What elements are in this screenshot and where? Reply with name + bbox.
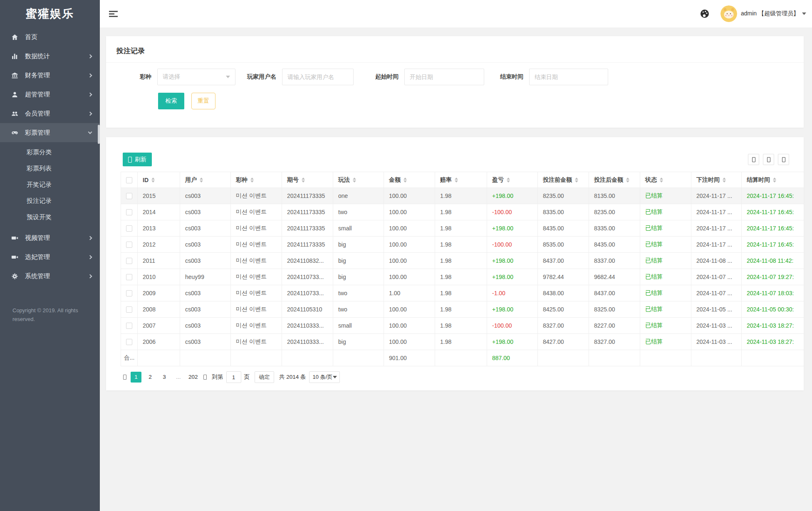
before-amount-cell: 8535.00 <box>538 237 589 253</box>
status-cell: 已结算 <box>640 253 691 269</box>
col-header-profit[interactable]: 盈亏 <box>487 172 538 188</box>
bet-time-cell: 2024-11-17 ... <box>691 220 742 237</box>
lottery-cell: 미션 이벤트 <box>231 253 282 269</box>
col-header-odds[interactable]: 赔率 <box>435 172 487 188</box>
sidebar-item-concubine[interactable]: 选妃管理 <box>0 247 100 267</box>
table-header-row: ID 用户 彩种 期号 玩法 金额 赔率 盈亏 投注前金额 投注后金额 状态 下… <box>121 172 804 188</box>
prev-page-button[interactable] <box>121 375 129 380</box>
page-button-last[interactable]: 202 <box>187 372 199 383</box>
issue-cell: 202411173335 <box>282 237 333 253</box>
sidebar-nav: 首页 数据统计 财务管理 超管管理 会员管理 <box>0 27 100 286</box>
start-date-input[interactable] <box>404 69 484 85</box>
avatar[interactable] <box>720 5 737 22</box>
row-checkbox[interactable] <box>121 253 138 269</box>
col-header-status[interactable]: 状态 <box>640 172 691 188</box>
after-amount-cell: 8335.00 <box>589 220 640 237</box>
col-header-bet-time[interactable]: 下注时间 <box>691 172 742 188</box>
amount-cell: 100.00 <box>384 301 435 318</box>
next-page-button[interactable] <box>201 375 209 380</box>
sidebar-item-preset-draw[interactable]: 预设开奖 <box>0 209 100 225</box>
table-row: 2007 cs003 미션 이벤트 2024110333... small 10… <box>121 318 804 334</box>
sidebar-item-label: 彩票管理 <box>25 129 50 137</box>
row-checkbox[interactable] <box>121 188 138 204</box>
sidebar-item-statistics[interactable]: 数据统计 <box>0 47 100 66</box>
profit-cell: +198.00 <box>487 301 538 318</box>
confirm-button[interactable]: 确定 <box>255 371 274 383</box>
col-header-play[interactable]: 玩法 <box>333 172 384 188</box>
lottery-select[interactable]: 请选择 <box>157 69 235 85</box>
row-checkbox[interactable] <box>121 204 138 220</box>
sidebar-item-bet-records[interactable]: 投注记录 <box>0 193 100 209</box>
row-checkbox[interactable] <box>121 301 138 318</box>
page-button-1[interactable]: 1 <box>131 372 141 383</box>
table-row: 2013 cs003 미션 이벤트 202411173335 small 100… <box>121 220 804 237</box>
sidebar-item-members[interactable]: 会员管理 <box>0 104 100 123</box>
sidebar-scrollbar[interactable] <box>98 125 100 144</box>
sidebar-item-lottery-list[interactable]: 彩票列表 <box>0 160 100 176</box>
row-checkbox[interactable] <box>121 269 138 285</box>
settle-time-cell: 2024-11-17 16:45: <box>742 237 804 253</box>
user-name[interactable]: admin 【超级管理员】 <box>741 10 799 17</box>
col-header-user[interactable]: 用户 <box>180 172 231 188</box>
theme-icon[interactable] <box>700 9 710 19</box>
play-cell: big <box>333 237 384 253</box>
lottery-cell: 미션 이벤트 <box>231 318 282 334</box>
sidebar-item-draw-records[interactable]: 开奖记录 <box>0 176 100 193</box>
user-icon <box>10 91 19 98</box>
sidebar-item-system[interactable]: 系统管理 <box>0 267 100 286</box>
bet-time-cell: 2024-11-07 ... <box>691 285 742 301</box>
page-button-3[interactable]: 3 <box>159 372 170 383</box>
sidebar-item-lottery-category[interactable]: 彩票分类 <box>0 144 100 160</box>
search-button[interactable]: 检索 <box>158 93 184 109</box>
after-amount-cell: 8135.00 <box>589 188 640 204</box>
col-header-before-amount[interactable]: 投注前金额 <box>538 172 589 188</box>
row-checkbox[interactable] <box>121 220 138 237</box>
copyright-text: Copyright © 2019. All rights reserved. <box>12 306 88 324</box>
table-filter-button[interactable] <box>748 154 759 165</box>
row-checkbox[interactable] <box>121 318 138 334</box>
user-cell: cs003 <box>180 285 231 301</box>
odds-cell: 1.98 <box>435 269 487 285</box>
profit-cell: +198.00 <box>487 269 538 285</box>
sidebar-item-lottery[interactable]: 彩票管理 <box>0 123 100 142</box>
checkbox-icon <box>126 339 132 345</box>
sort-icon <box>723 178 726 183</box>
table-print-button[interactable] <box>778 154 789 165</box>
col-header-after-amount[interactable]: 投注后金额 <box>589 172 640 188</box>
sidebar-item-video[interactable]: 视频管理 <box>0 228 100 247</box>
select-all-checkbox[interactable] <box>121 172 138 188</box>
row-checkbox[interactable] <box>121 285 138 301</box>
amount-cell: 100.00 <box>384 334 435 350</box>
col-header-amount[interactable]: 金额 <box>384 172 435 188</box>
end-date-input[interactable] <box>529 69 608 85</box>
col-header-issue[interactable]: 期号 <box>282 172 333 188</box>
checkbox-icon <box>126 225 132 232</box>
reset-button[interactable]: 重置 <box>191 93 215 109</box>
play-cell: small <box>333 318 384 334</box>
amount-cell: 100.00 <box>384 253 435 269</box>
goto-page-input[interactable] <box>226 371 241 383</box>
page-button-2[interactable]: 2 <box>145 372 156 383</box>
profit-cell: +198.00 <box>487 334 538 350</box>
table-export-button[interactable] <box>763 154 774 165</box>
checkbox-icon <box>126 193 132 199</box>
row-checkbox[interactable] <box>121 237 138 253</box>
chevron-right-icon <box>88 54 92 58</box>
sidebar-item-finance[interactable]: 财务管理 <box>0 66 100 85</box>
sidebar-item-label: 会员管理 <box>25 110 50 118</box>
play-cell: big <box>333 334 384 350</box>
sort-icon <box>151 178 155 183</box>
menu-toggle-icon[interactable] <box>109 10 118 18</box>
per-page-select[interactable]: 10 条/页 <box>309 371 340 383</box>
before-amount-cell: 8437.00 <box>538 253 589 269</box>
col-header-lottery[interactable]: 彩种 <box>231 172 282 188</box>
row-checkbox[interactable] <box>121 334 138 350</box>
col-header-settle-time[interactable]: 结算时间 <box>742 172 804 188</box>
sidebar-item-home[interactable]: 首页 <box>0 27 100 47</box>
sidebar: 蜜獾娱乐 首页 数据统计 财务管理 超管管理 <box>0 0 100 511</box>
filter-icon <box>752 157 755 162</box>
sidebar-item-admins[interactable]: 超管管理 <box>0 85 100 104</box>
col-header-id[interactable]: ID <box>138 172 180 188</box>
refresh-button[interactable]: 刷新 <box>123 153 152 166</box>
username-input[interactable] <box>282 69 354 85</box>
